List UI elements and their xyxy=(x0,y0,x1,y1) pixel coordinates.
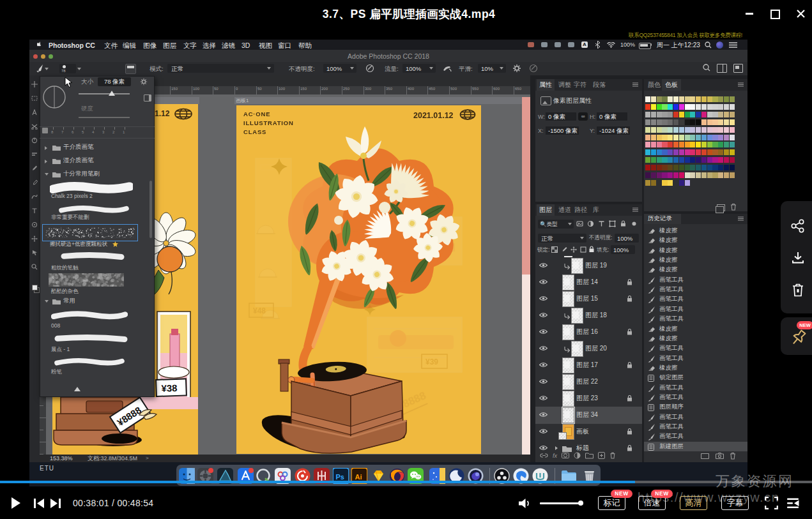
svg-text:¥39: ¥39 xyxy=(425,357,438,366)
svg-text:1.12: 1.12 xyxy=(155,109,170,118)
svg-text:¥38: ¥38 xyxy=(161,382,178,394)
svg-text:Ps: Ps xyxy=(335,473,344,481)
svg-text:Ai: Ai xyxy=(355,473,362,481)
svg-text:¥48: ¥48 xyxy=(253,306,266,315)
svg-text:CLASS: CLASS xyxy=(243,128,266,135)
svg-text:2021.01.12: 2021.01.12 xyxy=(413,111,454,120)
svg-text:ILLUSTRATION: ILLUSTRATION xyxy=(243,119,294,126)
svg-text:AC·ONE: AC·ONE xyxy=(243,110,270,117)
